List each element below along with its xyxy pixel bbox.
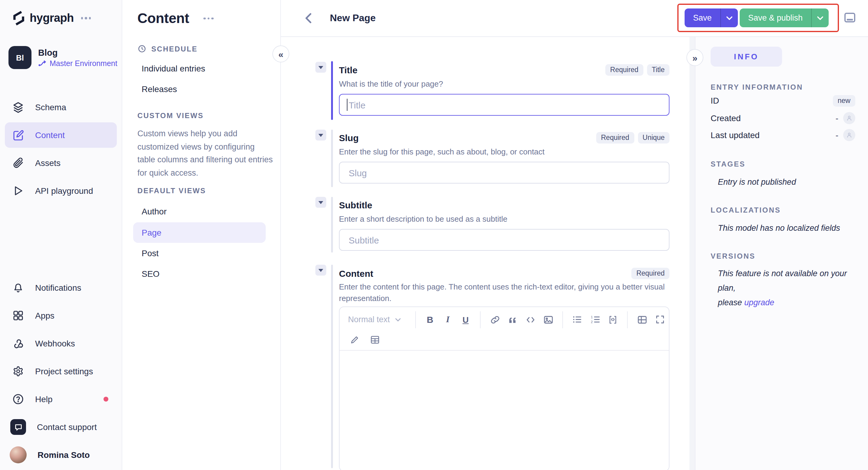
expand-panel-button[interactable]: »	[686, 49, 703, 66]
sidebar-item-label: Project settings	[35, 366, 93, 376]
save-options-caret[interactable]	[720, 8, 738, 27]
image-button[interactable]	[539, 311, 557, 329]
bulleted-list-button[interactable]	[569, 311, 587, 329]
info-row-last-updated: Last updated -	[711, 128, 855, 142]
view-item-author[interactable]: Author	[142, 205, 167, 217]
clock-icon	[137, 44, 147, 53]
content-menu-icon[interactable]	[204, 18, 214, 20]
table-button[interactable]	[633, 311, 651, 329]
sidebar-item-schema[interactable]: Schema	[5, 94, 117, 120]
save-and-publish-button[interactable]: Save & publish	[740, 8, 829, 27]
field-label: Title	[339, 64, 358, 75]
stages-header: STAGES	[711, 160, 745, 168]
toggle-bottom-panel-button[interactable]	[844, 11, 856, 26]
save-button-label: Save	[685, 8, 720, 27]
save-publish-button-label: Save & publish	[740, 8, 811, 27]
collapse-field-title-button[interactable]	[315, 62, 326, 73]
editor-toolbar: Normal text B I U	[340, 307, 669, 332]
sidebar-item-label: Notifications	[35, 283, 82, 293]
italic-button[interactable]: I	[439, 311, 457, 329]
link-button[interactable]	[486, 311, 504, 329]
content-views-sidebar: Content SCHEDULE Individual entries Rele…	[122, 0, 281, 470]
project-name: Blog	[38, 48, 117, 57]
user-placeholder-icon	[843, 129, 855, 141]
schedule-item-individual-entries[interactable]: Individual entries	[142, 62, 205, 75]
save-publish-options-caret[interactable]	[811, 8, 829, 27]
sidebar-item-label: Assets	[35, 158, 61, 168]
inline-code-button[interactable]	[522, 311, 539, 329]
pencil-button[interactable]	[350, 335, 359, 347]
svg-text:2: 2	[591, 320, 593, 323]
upgrade-link[interactable]: upgrade	[744, 298, 774, 307]
vertical-scrollbar[interactable]	[689, 37, 695, 470]
sidebar-item-help[interactable]: Help	[5, 386, 117, 412]
user-name: Romina Soto	[37, 450, 90, 460]
field-helper: Enter the content for this page. The con…	[339, 281, 670, 304]
field-label: Subtitle	[339, 200, 372, 210]
project-switcher[interactable]: Bl Blog Master Environment	[8, 46, 117, 69]
webhook-icon	[12, 337, 24, 350]
field-rail-slug	[331, 129, 333, 187]
numbered-list-button[interactable]: 1 2	[586, 311, 604, 329]
environment-link[interactable]: Master Environment	[38, 59, 117, 67]
sidebar-item-label: Apps	[35, 311, 55, 320]
sidebar-item-notifications[interactable]: Notifications	[5, 275, 117, 300]
collapse-field-slug-button[interactable]	[315, 129, 326, 141]
sidebar-item-assets[interactable]: Assets	[5, 150, 117, 176]
help-notification-dot	[103, 397, 108, 402]
code-block-button[interactable]	[604, 311, 622, 329]
field-helper: What is the title of your page?	[339, 78, 670, 90]
paragraph-style-select[interactable]: Normal text	[348, 315, 410, 324]
bold-button[interactable]: B	[421, 311, 439, 329]
topbar: New Page Save Save & publish	[281, 0, 868, 37]
view-item-page-selected[interactable]: Page	[133, 222, 266, 243]
schedule-section-header: SCHEDULE	[137, 44, 198, 53]
rich-text-editor: Normal text B I U	[339, 306, 670, 470]
field-rail-title	[331, 61, 333, 120]
info-row-created: Created -	[711, 112, 855, 125]
back-button[interactable]	[305, 13, 312, 26]
view-item-seo[interactable]: SEO	[142, 268, 159, 280]
view-item-post[interactable]: Post	[142, 247, 159, 259]
svg-text:1: 1	[591, 316, 593, 319]
environment-label: Master Environment	[50, 59, 117, 67]
branch-icon	[38, 59, 46, 67]
field-rail-subtitle	[331, 197, 333, 253]
rich-text-content-area[interactable]	[340, 351, 669, 470]
tab-info[interactable]: INFO	[711, 47, 782, 67]
localizations-text: This model has no localized fields	[718, 221, 840, 236]
sidebar-item-contact-support[interactable]: Contact support	[5, 414, 117, 440]
user-avatar	[10, 446, 27, 463]
workspace-menu-icon[interactable]	[81, 17, 91, 19]
main-area: New Page Save Save & publish	[281, 0, 868, 470]
collapse-field-content-button[interactable]	[315, 265, 326, 275]
sidebar-item-label: Contact support	[37, 422, 97, 432]
sidebar-item-api-playground[interactable]: API playground	[5, 178, 117, 204]
title-input[interactable]	[339, 94, 670, 116]
collapse-field-subtitle-button[interactable]	[315, 197, 326, 208]
underline-button[interactable]: U	[457, 311, 474, 329]
collapse-sidebar-button[interactable]: «	[272, 46, 289, 62]
sidebar-item-apps[interactable]: Apps	[5, 303, 117, 328]
schedule-item-releases[interactable]: Releases	[142, 83, 177, 95]
sidebar-item-content[interactable]: Content	[5, 122, 117, 148]
fullscreen-button[interactable]	[651, 311, 669, 329]
sidebar-item-project-settings[interactable]: Project settings	[5, 358, 117, 384]
sidebar-item-label: Help	[35, 394, 53, 404]
badge-required: Required	[632, 267, 670, 279]
user-menu[interactable]: Romina Soto	[5, 442, 117, 468]
save-button[interactable]: Save	[685, 8, 738, 27]
info-row-id: ID new	[711, 94, 855, 107]
insert-table-button[interactable]	[370, 335, 379, 347]
sidebar-item-webhooks[interactable]: Webhooks	[5, 331, 117, 356]
field-helper: Enter a short description to be used as …	[339, 213, 670, 225]
page-title: New Page	[330, 13, 376, 24]
panel-title: Content	[137, 10, 189, 27]
blockquote-button[interactable]	[504, 311, 522, 329]
triangle-down-icon	[318, 134, 323, 137]
entry-information-header: ENTRY INFORMATION	[711, 83, 803, 91]
text-caret	[347, 99, 348, 111]
versions-header: VERSIONS	[711, 252, 755, 260]
slug-input[interactable]	[339, 162, 670, 183]
subtitle-input[interactable]	[339, 229, 670, 251]
